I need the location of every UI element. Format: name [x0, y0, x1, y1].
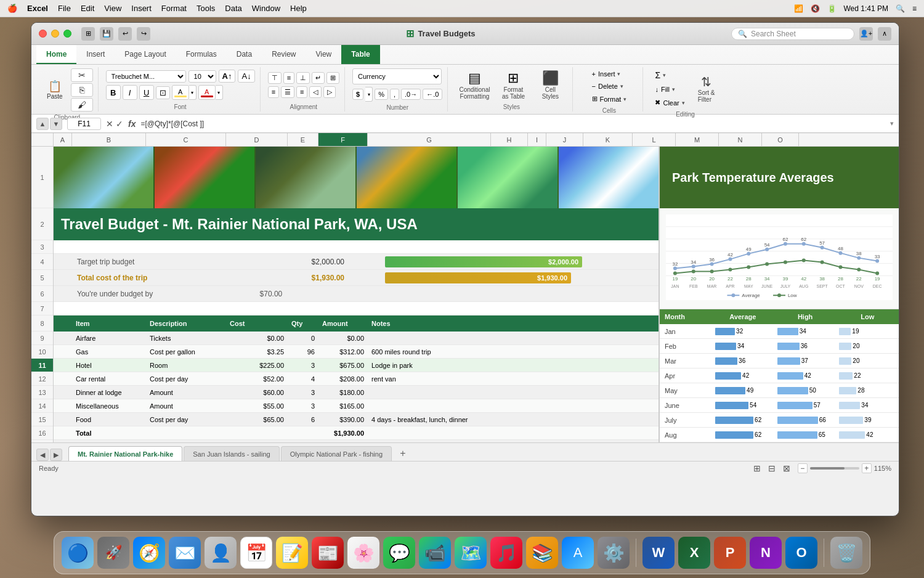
- table-row-hotel[interactable]: Hotel Room $225.00 3 $675.00 Lodge in pa…: [54, 359, 659, 372]
- dock-messages[interactable]: 💬: [383, 537, 415, 569]
- tab-home[interactable]: Home: [36, 45, 76, 64]
- menu-data[interactable]: Data: [225, 4, 241, 13]
- fill-button[interactable]: ↓ Fill ▾: [650, 84, 689, 95]
- dock-notes[interactable]: 📝: [276, 537, 308, 569]
- function-icon[interactable]: fx: [128, 119, 136, 129]
- cell-reference-box[interactable]: F11: [67, 118, 101, 130]
- table-row-airfare[interactable]: Airfare Tickets $0.00 0 $0.00: [54, 332, 659, 345]
- cell-styles-button[interactable]: ⬛ CellStyles: [533, 69, 567, 101]
- table-row-car-rental[interactable]: Car rental Cost per day $52.00 4 $208.00…: [54, 372, 659, 386]
- row-num-2[interactable]: 2: [31, 208, 53, 240]
- table-row-dinner[interactable]: Dinner at lodge Amount $60.00 3 $180.00: [54, 386, 659, 399]
- col-header-b[interactable]: B: [72, 133, 146, 146]
- dock-facetime[interactable]: 📹: [419, 537, 451, 569]
- formula-dropdown-icon[interactable]: ▾: [890, 120, 894, 128]
- col-header-c[interactable]: C: [146, 133, 226, 146]
- currency-dropdown[interactable]: ▾: [365, 87, 373, 102]
- col-header-g[interactable]: G: [368, 133, 491, 146]
- table-row-gas[interactable]: Gas Cost per gallon $3.25 96 $312.00 600…: [54, 345, 659, 359]
- currency-button[interactable]: $: [352, 89, 363, 100]
- row-num-5[interactable]: 5: [31, 270, 53, 286]
- dock-news[interactable]: 📰: [312, 537, 344, 569]
- align-middle-button[interactable]: ≡: [283, 72, 294, 84]
- comma-button[interactable]: ,: [390, 89, 399, 100]
- sheet-next-arrow[interactable]: ▶: [50, 449, 62, 461]
- col-header-h[interactable]: H: [491, 133, 528, 146]
- col-header-e[interactable]: E: [288, 133, 318, 146]
- decrease-font-button[interactable]: A↓: [238, 70, 254, 83]
- sum-button[interactable]: Σ ▾: [650, 68, 689, 82]
- tab-page-layout[interactable]: Page Layout: [115, 45, 176, 64]
- minimize-button[interactable]: [51, 30, 59, 38]
- col-header-k[interactable]: K: [583, 133, 633, 146]
- table-row-total[interactable]: Total $1,930.00: [54, 426, 659, 440]
- row-num-4[interactable]: 4: [31, 254, 53, 270]
- tab-view[interactable]: View: [306, 45, 341, 64]
- nav-down[interactable]: ▼: [50, 118, 62, 130]
- add-sheet-button[interactable]: +: [395, 446, 410, 461]
- align-left-button[interactable]: ≡: [268, 86, 279, 98]
- col-header-d[interactable]: D: [226, 133, 288, 146]
- dock-mail[interactable]: ✉️: [169, 537, 201, 569]
- dock-trash[interactable]: 🗑️: [830, 537, 862, 569]
- underline-button[interactable]: U: [139, 85, 154, 100]
- row-num-11[interactable]: 11: [31, 359, 53, 372]
- increase-font-button[interactable]: A↑: [219, 70, 236, 83]
- collapse-ribbon-icon[interactable]: ∧: [878, 27, 891, 41]
- cancel-formula-icon[interactable]: ✕: [106, 119, 113, 129]
- td-amount-11[interactable]: $675.00: [318, 362, 368, 369]
- dock-safari[interactable]: 🧭: [133, 537, 165, 569]
- tab-data[interactable]: Data: [227, 45, 262, 64]
- font-name-select[interactable]: Trebuchet M...: [106, 70, 186, 83]
- view-normal-icon[interactable]: ⊞: [753, 463, 761, 473]
- row-num-14[interactable]: 14: [31, 399, 53, 413]
- redo-icon[interactable]: ↪: [137, 27, 150, 41]
- tab-formulas[interactable]: Formulas: [176, 45, 227, 64]
- fill-color-button[interactable]: A: [172, 85, 189, 100]
- dock-finder[interactable]: 🔵: [62, 537, 94, 569]
- clear-button[interactable]: ✖ Clear ▾: [650, 97, 689, 108]
- col-header-j[interactable]: J: [546, 133, 583, 146]
- menu-file[interactable]: File: [58, 4, 71, 13]
- dock-photos[interactable]: 🌸: [347, 537, 379, 569]
- sort-filter-button[interactable]: ⇅ Sort &Filter: [693, 72, 720, 105]
- menu-tools[interactable]: Tools: [197, 4, 215, 13]
- under-budget-row[interactable]: You're under budget by $70.00: [54, 286, 659, 302]
- undo-icon[interactable]: ↩: [118, 27, 132, 41]
- zoom-slider[interactable]: [810, 467, 859, 470]
- format-cells-button[interactable]: ⊞ Format ▾: [588, 93, 631, 105]
- col-header-l[interactable]: L: [633, 133, 676, 146]
- fill-color-dropdown[interactable]: ▾: [189, 85, 197, 100]
- row-num-10[interactable]: 10: [31, 345, 53, 359]
- apple-menu[interactable]: 🍎: [7, 4, 17, 13]
- cut-button[interactable]: ✂: [71, 68, 93, 82]
- col-header-m[interactable]: M: [676, 133, 719, 146]
- formula-input[interactable]: =[@Qty]*[@[Cost ]]: [140, 120, 885, 128]
- dock-books[interactable]: 📚: [526, 537, 558, 569]
- total-cost-row[interactable]: Total cost of the trip $1,930.00 $1,930.…: [54, 270, 659, 286]
- tab-review[interactable]: Review: [262, 45, 306, 64]
- dock-maps[interactable]: 🗺️: [455, 537, 487, 569]
- indent-increase-button[interactable]: ▷: [323, 86, 336, 98]
- dock-outlook[interactable]: O: [785, 537, 817, 569]
- dock-system-prefs[interactable]: ⚙️: [598, 537, 630, 569]
- align-top-button[interactable]: ⊤: [268, 72, 282, 84]
- dock-onenote[interactable]: N: [750, 537, 782, 569]
- col-header-o[interactable]: O: [762, 133, 799, 146]
- nav-up[interactable]: ▲: [36, 118, 49, 130]
- decrease-decimal-button[interactable]: ←.0: [423, 89, 442, 100]
- close-button[interactable]: [39, 30, 47, 38]
- menu-extras[interactable]: ≡: [912, 4, 917, 13]
- percent-button[interactable]: %: [375, 89, 388, 100]
- maximize-button[interactable]: [63, 30, 71, 38]
- share-icon[interactable]: 👤+: [859, 27, 873, 41]
- table-row-food[interactable]: Food Cost per day $65.00 6 $390.00 4 day…: [54, 413, 659, 426]
- font-color-dropdown[interactable]: ▾: [216, 85, 223, 100]
- dock-calendar[interactable]: 📅: [240, 537, 272, 569]
- number-format-select[interactable]: Currency: [352, 68, 442, 84]
- confirm-formula-icon[interactable]: ✓: [116, 119, 123, 129]
- col-header-n[interactable]: N: [719, 133, 762, 146]
- sheet-tab-rainier[interactable]: Mt. Rainier National Park-hike: [68, 446, 182, 461]
- row-num-9[interactable]: 9: [31, 332, 53, 345]
- tab-table[interactable]: Table: [341, 45, 379, 64]
